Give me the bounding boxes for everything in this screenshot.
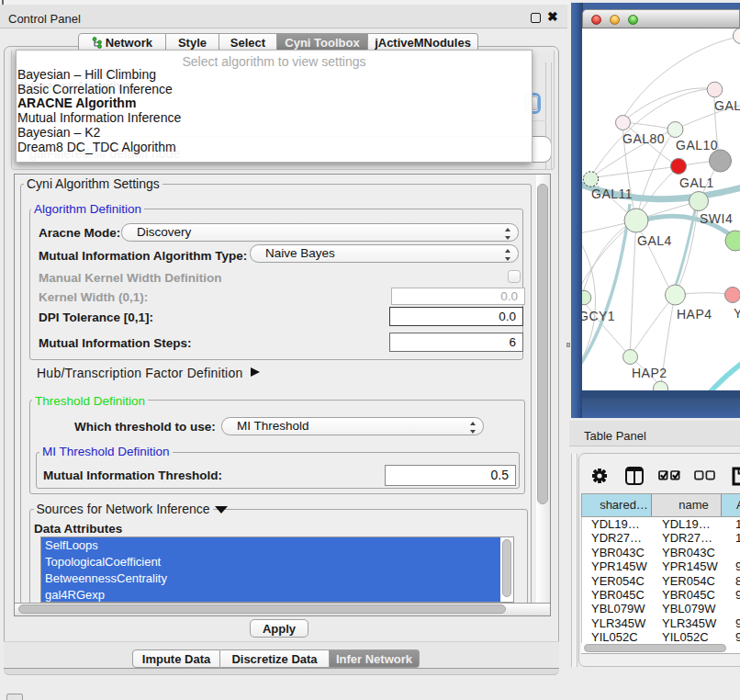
svg-text:GAL10: GAL10 (676, 138, 718, 152)
svg-text:GAL1: GAL1 (679, 175, 714, 190)
svg-text:HAP2: HAP2 (632, 366, 667, 380)
svg-text:Y: Y (734, 306, 740, 321)
svg-text:GAL7: GAL7 (714, 98, 740, 113)
svg-text:GAL4: GAL4 (637, 233, 672, 248)
svg-text:GAL80: GAL80 (622, 131, 665, 146)
svg-text:GAL11: GAL11 (591, 186, 633, 201)
svg-text:HAP4: HAP4 (677, 307, 712, 322)
svg-text:SWI4: SWI4 (700, 211, 733, 226)
svg-text:GCY1: GCY1 (582, 309, 615, 323)
